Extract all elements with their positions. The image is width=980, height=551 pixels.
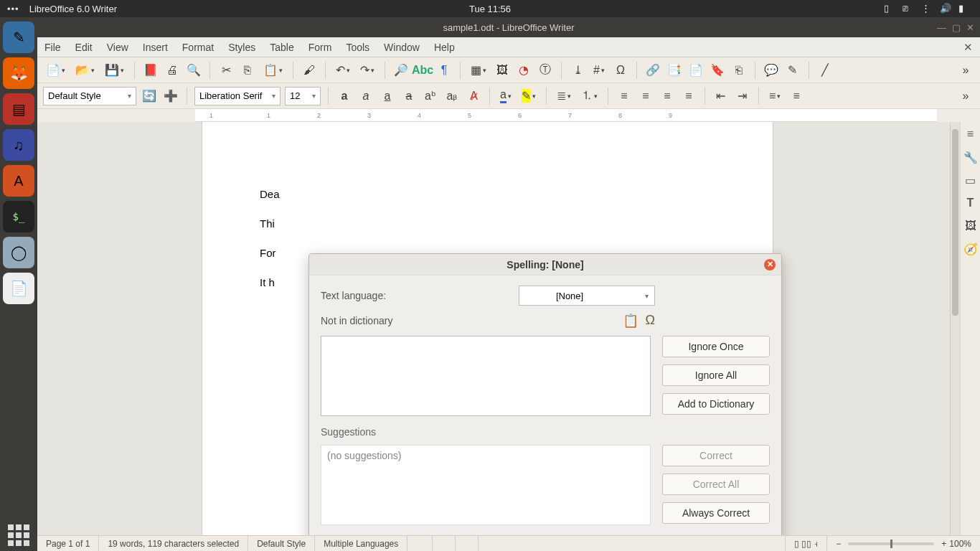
status-insert-mode[interactable] (407, 536, 433, 551)
export-pdf-button[interactable]: 📕 (142, 62, 159, 79)
status-selection-mode[interactable] (433, 536, 456, 551)
insert-image-button[interactable]: 🖼 (494, 62, 511, 79)
undo-button[interactable]: ↶▾ (333, 62, 353, 79)
open-button[interactable]: 📂▾ (72, 62, 98, 79)
highlight-button[interactable]: ✎▾ (519, 88, 539, 105)
status-page[interactable]: Page 1 of 1 (37, 536, 99, 551)
toolbar-overflow-icon[interactable]: » (957, 62, 974, 79)
underline-button[interactable]: a (379, 88, 396, 105)
document-close-icon[interactable]: ✕ (963, 41, 973, 54)
subscript-button[interactable]: aᵦ (443, 88, 461, 105)
menu-tools[interactable]: Tools (346, 42, 369, 53)
menu-format[interactable]: Format (182, 42, 214, 53)
paste-icon[interactable]: 📋 (623, 313, 639, 329)
status-view-layout[interactable]: ▯ ▯▯ ⫞ (785, 536, 828, 551)
launcher-terminal-icon[interactable]: $_ (3, 201, 34, 232)
update-style-button[interactable]: 🔄 (141, 88, 158, 105)
text-language-combo[interactable]: [None] ▾ (519, 286, 655, 306)
increase-indent-button[interactable]: ⇥ (734, 88, 751, 105)
line-button[interactable]: ╱ (816, 62, 834, 79)
status-language[interactable]: Multiple Languages (315, 536, 407, 551)
network-icon[interactable]: ⎚ (903, 3, 914, 14)
correct-all-button[interactable]: Correct All (662, 474, 770, 495)
launcher-todo-icon[interactable]: ▤ (3, 93, 34, 125)
bookmark-button[interactable]: 🔖 (709, 62, 726, 79)
launcher-document-icon[interactable]: 📄 (3, 273, 34, 304)
status-style[interactable]: Default Style (248, 536, 315, 551)
redo-button[interactable]: ↷▾ (357, 62, 377, 79)
copy-button[interactable]: ⎘ (239, 62, 256, 79)
window-minimize-icon[interactable]: — (937, 22, 946, 33)
volume-icon[interactable]: 🔊 (940, 3, 951, 14)
find-replace-button[interactable]: 🔎 (392, 62, 410, 79)
dialog-titlebar[interactable]: Spelling: [None] ✕ (309, 254, 781, 276)
sidebar-styles-icon[interactable]: T (963, 195, 979, 211)
status-signature[interactable] (456, 536, 479, 551)
zoom-value[interactable]: 100% (949, 539, 971, 549)
window-maximize-icon[interactable]: ▢ (952, 22, 961, 33)
font-name-combo[interactable]: Liberation Serif ▾ (194, 87, 281, 105)
system-tray[interactable]: ▯ ⎚ ⋮ 🔊 ▮ (884, 3, 980, 14)
ignore-once-button[interactable]: Ignore Once (662, 336, 770, 357)
launcher-music-icon[interactable]: ♫ (3, 129, 34, 161)
bullet-list-button[interactable]: ≣▾ (554, 88, 574, 105)
status-zoom[interactable]: − + 100% (827, 536, 980, 551)
toolbar2-overflow-icon[interactable]: » (957, 88, 974, 105)
align-justify-button[interactable]: ≡ (680, 88, 697, 105)
clone-formatting-button[interactable]: 🖌 (301, 62, 318, 79)
insert-field-button[interactable]: #▾ (590, 62, 608, 79)
insert-textbox-button[interactable]: Ⓣ (537, 62, 554, 79)
zoom-in-icon[interactable]: + (941, 539, 946, 549)
device-icon[interactable]: ▯ (884, 3, 895, 14)
insert-symbol-button[interactable]: Ω (612, 62, 629, 79)
battery-icon[interactable]: ▮ (958, 3, 970, 14)
sidebar-properties-icon[interactable]: 🔧 (963, 149, 979, 165)
menu-styles[interactable]: Styles (228, 42, 255, 53)
clear-format-button[interactable]: A̷ (465, 88, 482, 105)
sidebar-menu-icon[interactable]: ≡ (963, 126, 979, 142)
page-break-button[interactable]: ⤓ (569, 62, 586, 79)
insert-table-button[interactable]: ▦▾ (468, 62, 489, 79)
sidebar-navigator-icon[interactable]: 🧭 (963, 241, 979, 257)
new-style-button[interactable]: ➕ (162, 88, 179, 105)
vertical-scrollbar[interactable] (950, 122, 960, 535)
launcher-apps-grid-icon[interactable] (3, 519, 34, 551)
not-in-dictionary-textbox[interactable] (321, 336, 651, 416)
superscript-button[interactable]: aᵇ (422, 88, 439, 105)
horizontal-ruler[interactable]: 1 1 2 3 4 5 6 7 8 9 (195, 109, 937, 122)
number-list-button[interactable]: ⒈▾ (578, 88, 600, 105)
system-clock[interactable]: Tue 11:56 (469, 4, 511, 14)
italic-button[interactable]: a (357, 88, 374, 105)
strikethrough-button[interactable]: a (400, 88, 418, 105)
add-to-dictionary-button[interactable]: Add to Dictionary (662, 393, 770, 415)
formatting-marks-button[interactable]: ¶ (435, 62, 453, 79)
insert-chart-button[interactable]: ◔ (515, 62, 532, 79)
para-spacing-button[interactable]: ≡ (788, 88, 805, 105)
correct-button[interactable]: Correct (662, 445, 770, 466)
dialog-close-icon[interactable]: ✕ (764, 259, 776, 270)
wifi-icon[interactable]: ⋮ (921, 3, 933, 14)
comment-button[interactable]: 💬 (763, 62, 780, 79)
cut-button[interactable]: ✂ (217, 62, 235, 79)
menu-view[interactable]: View (107, 42, 128, 53)
menu-file[interactable]: File (44, 42, 61, 53)
launcher-software-icon[interactable]: A (3, 165, 34, 197)
print-button[interactable]: 🖨 (164, 62, 181, 79)
status-word-count[interactable]: 19 words, 119 characters selected (99, 536, 248, 551)
spellcheck-button[interactable]: Abc (414, 62, 431, 79)
align-right-button[interactable]: ≡ (659, 88, 676, 105)
footnote-button[interactable]: 📑 (666, 62, 683, 79)
zoom-out-icon[interactable]: − (836, 539, 841, 549)
hyperlink-button[interactable]: 🔗 (644, 62, 661, 79)
menu-table[interactable]: Table (270, 42, 293, 53)
activities-dots[interactable]: ••• (7, 4, 19, 14)
menu-insert[interactable]: Insert (143, 42, 168, 53)
menu-help[interactable]: Help (434, 42, 455, 53)
paste-button[interactable]: 📋▾ (260, 62, 286, 79)
zoom-slider[interactable] (848, 542, 934, 545)
align-left-button[interactable]: ≡ (616, 88, 633, 105)
scrollbar-thumb[interactable] (952, 129, 958, 316)
endnote-button[interactable]: 📄 (687, 62, 705, 79)
always-correct-button[interactable]: Always Correct (662, 502, 770, 524)
track-changes-button[interactable]: ✎ (784, 62, 801, 79)
